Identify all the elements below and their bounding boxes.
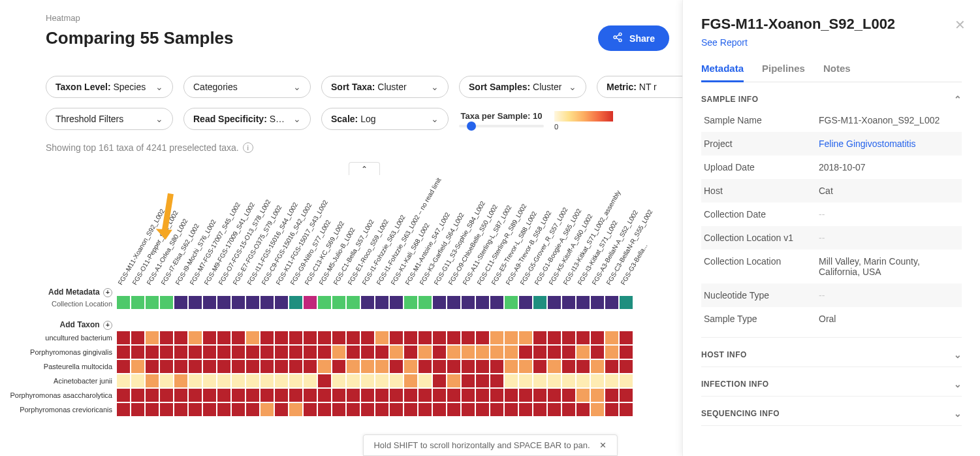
heatmap-cell[interactable] [389, 374, 403, 388]
heatmap-cell[interactable] [274, 374, 289, 388]
heatmap-cell[interactable] [403, 402, 418, 417]
heatmap-cell[interactable] [547, 345, 561, 359]
metadata-cell[interactable] [231, 295, 245, 310]
heatmap-cell[interactable] [202, 345, 217, 359]
heatmap-cell[interactable] [447, 374, 461, 388]
heatmap-cell[interactable] [274, 359, 289, 374]
heatmap-cell[interactable] [131, 374, 145, 388]
heatmap-cell[interactable] [447, 388, 461, 402]
heatmap-cell[interactable] [475, 359, 490, 374]
heatmap-cell[interactable] [605, 359, 619, 374]
heatmap-cell[interactable] [131, 345, 145, 359]
metadata-cell[interactable] [131, 295, 145, 310]
heatmap-cell[interactable] [490, 402, 504, 417]
heatmap-cell[interactable] [360, 359, 375, 374]
heatmap-cell[interactable] [360, 388, 375, 402]
heatmap-cell[interactable] [289, 402, 303, 417]
heatmap-cell[interactable] [131, 402, 145, 417]
metadata-cell[interactable] [375, 295, 389, 310]
heatmap-cell[interactable] [389, 402, 403, 417]
heatmap-cell[interactable] [159, 359, 174, 374]
heatmap-cell[interactable] [490, 388, 504, 402]
heatmap-cell[interactable] [504, 402, 518, 417]
heatmap-cell[interactable] [231, 374, 245, 388]
heatmap-cell[interactable] [590, 374, 605, 388]
metadata-cell[interactable] [145, 295, 159, 310]
heatmap-cell[interactable] [245, 402, 260, 417]
heatmap-cell[interactable] [202, 402, 217, 417]
heatmap-cell[interactable] [188, 331, 202, 345]
heatmap-cell[interactable] [576, 345, 590, 359]
heatmap-cell[interactable] [619, 345, 633, 359]
heatmap-cell[interactable] [131, 359, 145, 374]
heatmap-cell[interactable] [346, 345, 360, 359]
heatmap-cell[interactable] [504, 359, 518, 374]
heatmap-cell[interactable] [260, 388, 274, 402]
metadata-cell[interactable] [289, 295, 303, 310]
metadata-cell[interactable] [260, 295, 274, 310]
heatmap-cell[interactable] [217, 402, 231, 417]
heatmap-cell[interactable] [231, 331, 245, 345]
heatmap-cell[interactable] [389, 345, 403, 359]
metadata-cell[interactable] [174, 295, 188, 310]
close-icon[interactable]: ✕ [955, 17, 966, 33]
metadata-cell[interactable] [490, 295, 504, 310]
heatmap-cell[interactable] [159, 345, 174, 359]
heatmap-cell[interactable] [619, 374, 633, 388]
heatmap-cell[interactable] [605, 345, 619, 359]
heatmap-cell[interactable] [174, 345, 188, 359]
heatmap-cell[interactable] [605, 331, 619, 345]
heatmap-cell[interactable] [605, 374, 619, 388]
metadata-cell[interactable] [188, 295, 202, 310]
heatmap-cell[interactable] [418, 388, 432, 402]
heatmap-cell[interactable] [447, 331, 461, 345]
heatmap-cell[interactable] [533, 402, 547, 417]
heatmap-cell[interactable] [303, 402, 317, 417]
heatmap-cell[interactable] [346, 374, 360, 388]
heatmap-cell[interactable] [533, 388, 547, 402]
metadata-cell[interactable] [576, 295, 590, 310]
heatmap-cell[interactable] [145, 345, 159, 359]
heatmap-cell[interactable] [217, 331, 231, 345]
heatmap-cell[interactable] [360, 345, 375, 359]
heatmap-cell[interactable] [289, 388, 303, 402]
heatmap-cell[interactable] [619, 359, 633, 374]
heatmap-cell[interactable] [245, 374, 260, 388]
heatmap-cell[interactable] [274, 345, 289, 359]
heatmap-cell[interactable] [217, 388, 231, 402]
heatmap-cell[interactable] [518, 374, 533, 388]
heatmap-cell[interactable] [375, 331, 389, 345]
heatmap-cell[interactable] [590, 402, 605, 417]
sort-taxa-dropdown[interactable]: Sort Taxa: Cluster⌄ [321, 76, 449, 98]
taxon-row-label[interactable]: uncultured bacterium [46, 331, 116, 345]
read-specificity-dropdown[interactable]: Read Specificity: Spec...⌄ [183, 108, 311, 130]
heatmap-cell[interactable] [447, 359, 461, 374]
heatmap-cell[interactable] [590, 345, 605, 359]
heatmap-cell[interactable] [375, 388, 389, 402]
heatmap-cell[interactable] [188, 345, 202, 359]
heatmap-cell[interactable] [389, 331, 403, 345]
heatmap-cell[interactable] [504, 374, 518, 388]
heatmap-cell[interactable] [432, 345, 447, 359]
heatmap-cell[interactable] [289, 374, 303, 388]
heatmap-cell[interactable] [174, 402, 188, 417]
metadata-cell[interactable] [389, 295, 403, 310]
metadata-cell[interactable] [360, 295, 375, 310]
heatmap-cell[interactable] [418, 359, 432, 374]
heatmap-cell[interactable] [202, 359, 217, 374]
heatmap-cell[interactable] [174, 374, 188, 388]
heatmap-cell[interactable] [490, 374, 504, 388]
heatmap-cell[interactable] [605, 388, 619, 402]
heatmap-cell[interactable] [289, 359, 303, 374]
taxon-row-label[interactable]: Porphyromonas asaccharolytica [46, 388, 116, 402]
heatmap-cell[interactable] [174, 331, 188, 345]
heatmap-cell[interactable] [547, 388, 561, 402]
heatmap-cell[interactable] [245, 345, 260, 359]
heatmap-cell[interactable] [332, 345, 346, 359]
heatmap-cell[interactable] [590, 359, 605, 374]
heatmap-cell[interactable] [576, 374, 590, 388]
share-button[interactable]: Share [598, 25, 669, 51]
metadata-cell[interactable] [504, 295, 518, 310]
heatmap-cell[interactable] [289, 345, 303, 359]
heatmap-cell[interactable] [518, 345, 533, 359]
